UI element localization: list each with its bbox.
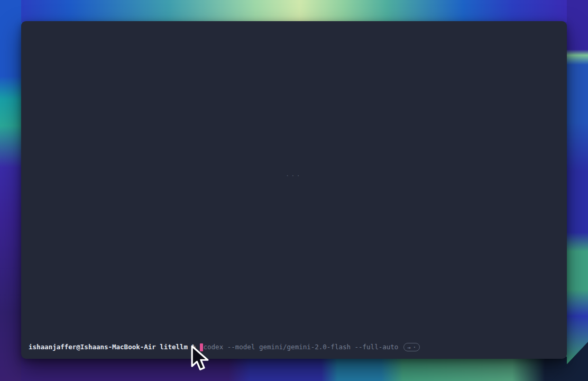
terminal-loading-ellipsis: ... [286,170,302,178]
wallpaper-left-band [0,0,22,381]
wallpaper-top-band [21,0,567,22]
prompt-directory: litellm [160,343,188,351]
dot-icon: · [413,343,416,351]
accept-suggestion-hint-badge: → · [403,343,420,351]
autosuggestion-command: codex --model gemini/gemini-2.0-flash --… [204,343,399,351]
right-arrow-icon: → [407,343,410,351]
prompt-user-host: ishaanjaffer@Ishaans-MacBook-Air [29,343,156,351]
terminal-prompt-line[interactable]: ishaanjaffer@Ishaans-MacBook-Air litellm… [29,343,559,351]
prompt-symbol: % [192,343,196,351]
command-input[interactable]: codex --model gemini/gemini-2.0-flash --… [200,343,420,351]
text-cursor [200,343,203,351]
terminal-window[interactable]: ... ishaanjaffer@Ishaans-MacBook-Air lit… [21,21,567,359]
wallpaper-right-band [566,0,588,381]
wallpaper-bottom-band [21,357,567,381]
